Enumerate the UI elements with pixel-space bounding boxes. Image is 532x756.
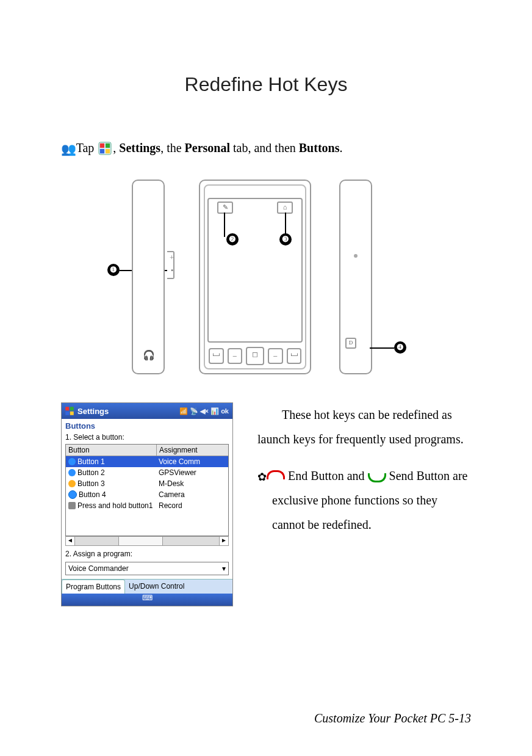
volume-plus-icon: +: [170, 253, 174, 263]
row-icon: [68, 480, 76, 487]
callout-4-leader: [370, 347, 394, 349]
scroll-right-icon[interactable]: ►: [219, 537, 228, 545]
scroll-left-icon[interactable]: ◄: [66, 537, 75, 545]
tab-program-buttons[interactable]: Program Buttons: [62, 580, 125, 594]
text-mid: tab, and then: [230, 141, 299, 154]
device-front: ✎ ⌂ ⏘ – ◻ – ⏘: [199, 180, 311, 374]
text-buttons: Buttons: [299, 141, 340, 154]
device-screen: [207, 198, 303, 343]
page-footer: Customize Your Pocket PC 5-13: [314, 711, 471, 725]
svg-rect-2: [106, 144, 110, 148]
row-btn: Button 2: [77, 468, 105, 477]
device-diagram: ❶ + • 🎧 ✎ ⌂ ⏘ – ◻ – ⏘ ❷ ❸ D ❹: [107, 176, 425, 384]
screenshot-title: Settings: [77, 407, 109, 416]
device-side-left: + • 🎧: [132, 180, 165, 374]
table-row[interactable]: Button 4 Camera: [66, 489, 228, 500]
svg-rect-1: [100, 144, 104, 148]
buttons-table: Button Assignment Button 1 Voice Comm Bu…: [65, 444, 229, 536]
row-asg: Camera: [156, 489, 228, 500]
table-row[interactable]: Button 1 Voice Comm: [66, 456, 228, 467]
dpad-icon: ◻: [246, 347, 264, 365]
headphone-icon: 🎧: [143, 349, 155, 361]
row-asg: M-Desk: [156, 478, 228, 489]
scroll-thumb[interactable]: [118, 537, 163, 545]
body-text: These hot keys can be redefined as launc…: [257, 402, 471, 606]
pen-button-icon: ✎: [217, 202, 233, 214]
assign-program-dropdown[interactable]: Voice Commander ▾: [65, 562, 229, 575]
row-asg: Voice Comm: [156, 456, 228, 467]
home-button-icon: ⌂: [277, 202, 293, 214]
svg-rect-8: [70, 412, 74, 415]
start-flag-icon: [98, 142, 112, 155]
row-asg: Record: [156, 500, 228, 511]
side-d-button-icon: D: [345, 338, 356, 349]
callout-3: ❸: [279, 233, 292, 245]
col-assignment: Assignment: [157, 445, 200, 456]
text-tap: Tap: [76, 141, 95, 154]
gear-icon: ✿: [257, 471, 267, 483]
text-c1: ,: [113, 141, 119, 154]
tab-updown-control[interactable]: Up/Down Control: [125, 580, 188, 594]
chevron-down-icon: ▾: [222, 564, 226, 573]
page-title: Redefine Hot Keys: [61, 73, 471, 96]
step2-label: 2. Assign a program:: [62, 548, 232, 561]
people-icon: 👥: [61, 140, 73, 158]
table-header: Button Assignment: [66, 445, 228, 456]
screenshot-titlebar: Settings 📶 📡 ◀× 📊 ok: [62, 403, 232, 419]
col-button: Button: [66, 445, 157, 456]
svg-rect-4: [106, 149, 110, 153]
settings-screenshot: Settings 📶 📡 ◀× 📊 ok Buttons 1. Select a…: [61, 402, 233, 606]
step1-label: 1. Select a button:: [62, 432, 232, 444]
row-btn: Button 1: [77, 457, 105, 466]
row-icon: [68, 458, 76, 465]
callout-2: ❷: [226, 233, 239, 245]
table-row[interactable]: Button 2 GPSViewer: [66, 467, 228, 478]
instruction-line: 👥 Tap , Settings, the Personal tab, and …: [61, 139, 471, 158]
row-icon: [68, 502, 76, 509]
softkey-right-icon: ⏘: [287, 348, 302, 364]
table-row[interactable]: Button 3 M-Desk: [66, 478, 228, 489]
body-p1: These hot keys can be redefined as launc…: [257, 402, 471, 451]
svg-rect-5: [65, 407, 69, 410]
softkey-left-icon: ⏘: [209, 348, 224, 364]
text-settings: Settings: [119, 141, 160, 154]
text-personal: Personal: [185, 141, 230, 154]
sip-bar[interactable]: ⌨: [62, 594, 232, 606]
volume-dot-icon: •: [171, 266, 173, 275]
row-btn: Button 3: [77, 479, 105, 488]
text-end: .: [339, 141, 342, 154]
end-call-icon: [267, 470, 285, 479]
device-bottom-row: ⏘ – ◻ – ⏘: [209, 347, 301, 365]
note-a: End Button and: [288, 469, 368, 482]
row-icon: [68, 490, 77, 499]
table-row[interactable]: Press and hold button1 Record: [66, 500, 228, 511]
row-icon: [68, 469, 76, 476]
callout-2-leader: [224, 213, 225, 237]
svg-rect-7: [65, 412, 69, 415]
dash-left-icon: –: [228, 348, 243, 364]
row-btn: Press and hold button1: [77, 501, 153, 510]
dash-right-icon: –: [268, 348, 283, 364]
svg-rect-3: [100, 149, 104, 153]
row-asg: GPSViewer: [156, 467, 228, 478]
start-flag-icon: [64, 405, 75, 416]
row-btn: Button 4: [79, 490, 106, 499]
callout-1: ❶: [107, 264, 120, 276]
screenshot-tabs: Program Buttons Up/Down Control: [62, 579, 232, 594]
svg-rect-6: [70, 407, 74, 410]
status-icons: 📶 📡 ◀× 📊 ok: [179, 407, 229, 415]
callout-4: ❹: [394, 341, 406, 354]
dropdown-value: Voice Commander: [68, 564, 129, 573]
screenshot-header: Buttons: [62, 419, 232, 432]
send-call-icon: [368, 473, 386, 482]
device-side-right: D: [339, 180, 372, 374]
text-c2: , the: [160, 141, 184, 154]
side-dot-icon: [354, 254, 358, 258]
horizontal-scrollbar[interactable]: ◄ ►: [65, 536, 229, 546]
